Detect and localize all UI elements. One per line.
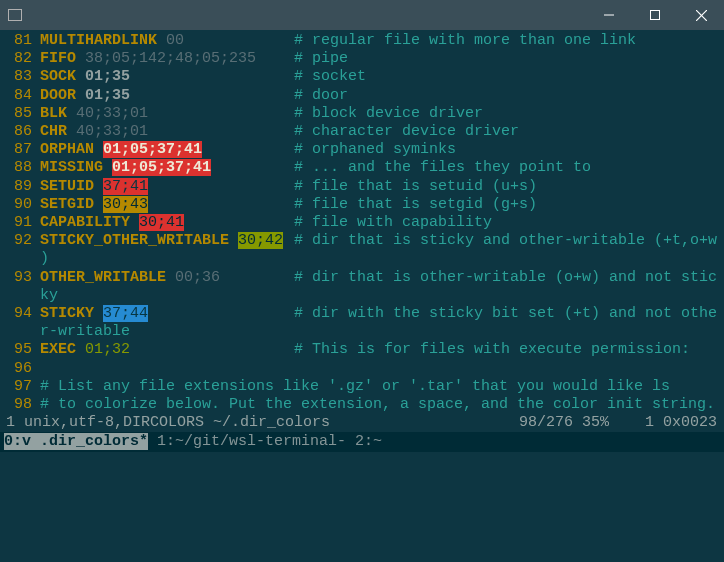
line-number: 96: [6, 360, 32, 378]
minimize-button[interactable]: [586, 0, 632, 30]
config-value: 00;36: [175, 269, 220, 286]
code-line: 87ORPHAN 01;05;37;41# orphaned syminks: [6, 141, 718, 159]
config-value: 30;41: [139, 214, 184, 231]
line-number: 92: [6, 232, 32, 250]
comment-text: # dir that is sticky and other-writable …: [294, 232, 717, 250]
line-number: 88: [6, 159, 32, 177]
line-number: 94: [6, 305, 32, 323]
code-line: 95EXEC 01;32# This is for files with exe…: [6, 341, 718, 359]
code-line: 83SOCK 01;35# socket: [6, 68, 718, 86]
comment-text: # door: [294, 87, 348, 105]
config-value: 30;42: [238, 232, 283, 249]
comment-text: # to colorize below. Put the extension, …: [40, 396, 715, 413]
comment-text: # file that is setgid (g+s): [294, 196, 537, 214]
config-value: 37;41: [103, 178, 148, 195]
comment-text: # List any file extensions like '.gz' or…: [40, 378, 670, 395]
line-number: 82: [6, 50, 32, 68]
config-key: STICKY_OTHER_WRITABLE: [40, 232, 229, 249]
config-value: 01;32: [85, 341, 130, 358]
window-controls: [586, 0, 724, 30]
config-key: EXEC: [40, 341, 76, 358]
maximize-button[interactable]: [632, 0, 678, 30]
wrapped-line: ky: [6, 287, 718, 305]
line-number: 87: [6, 141, 32, 159]
config-value: 38;05;142;48;05;235: [85, 50, 256, 67]
code-line: 81MULTIHARDLINK 00# regular file with mo…: [6, 32, 718, 50]
close-button[interactable]: [678, 0, 724, 30]
config-key: ORPHAN: [40, 141, 94, 158]
config-key: CHR: [40, 123, 67, 140]
code-line: 82FIFO 38;05;142;48;05;235# pipe: [6, 50, 718, 68]
config-key: SOCK: [40, 68, 76, 85]
code-line: 85BLK 40;33;01# block device driver: [6, 105, 718, 123]
config-value: 01;35: [85, 68, 130, 85]
comment-text: # dir with the sticky bit set (+t) and n…: [294, 305, 717, 323]
comment-text: # ... and the files they point to: [294, 159, 591, 177]
comment-text: # block device driver: [294, 105, 483, 123]
tmux-active-window[interactable]: 0:v .dir_colors*: [4, 433, 148, 450]
config-key: STICKY: [40, 305, 94, 322]
config-value: 01;05;37;41: [112, 159, 211, 176]
config-value: 40;33;01: [76, 105, 148, 122]
config-value: 00: [166, 32, 184, 49]
config-key: SETGID: [40, 196, 94, 213]
line-number: 81: [6, 32, 32, 50]
line-number: 95: [6, 341, 32, 359]
comment-text: # file that is setuid (u+s): [294, 178, 537, 196]
line-number: 91: [6, 214, 32, 232]
svg-rect-1: [651, 11, 660, 20]
line-number: 93: [6, 269, 32, 287]
code-line: 96: [6, 360, 718, 378]
code-line: 90SETGID 30;43# file that is setgid (g+s…: [6, 196, 718, 214]
tmux-windows[interactable]: 1:~/git/wsl-terminal- 2:~: [148, 433, 382, 450]
line-number: 84: [6, 87, 32, 105]
config-value: 01;05;37;41: [103, 141, 202, 158]
line-number: 90: [6, 196, 32, 214]
config-value: 37;44: [103, 305, 148, 322]
config-key: MULTIHARDLINK: [40, 32, 157, 49]
code-line: 84DOOR 01;35# door: [6, 87, 718, 105]
line-number: 83: [6, 68, 32, 86]
config-key: DOOR: [40, 87, 76, 104]
code-line: 97# List any file extensions like '.gz' …: [6, 378, 718, 396]
tmux-status-line[interactable]: 0:v .dir_colors* 1:~/git/wsl-terminal- 2…: [0, 432, 724, 452]
code-line: 89SETUID 37;41# file that is setuid (u+s…: [6, 178, 718, 196]
comment-text: # pipe: [294, 50, 348, 68]
comment-text: # regular file with more than one link: [294, 32, 636, 50]
comment-text: # orphaned syminks: [294, 141, 456, 159]
config-key: FIFO: [40, 50, 76, 67]
line-number: 89: [6, 178, 32, 196]
comment-text: # character device driver: [294, 123, 519, 141]
config-key: OTHER_WRITABLE: [40, 269, 166, 286]
window-titlebar: [0, 0, 724, 30]
config-key: MISSING: [40, 159, 103, 176]
config-key: SETUID: [40, 178, 94, 195]
terminal-icon: [8, 9, 22, 21]
config-value: 40;33;01: [76, 123, 148, 140]
config-value: 30;43: [103, 196, 148, 213]
code-line: 91CAPABILITY 30;41# file with capability: [6, 214, 718, 232]
line-number: 98: [6, 396, 32, 414]
wrapped-line: r-writable: [6, 323, 718, 341]
code-line: 98# to colorize below. Put the extension…: [6, 396, 718, 414]
code-line: 94STICKY 37;44# dir with the sticky bit …: [6, 305, 718, 323]
code-line: 93OTHER_WRITABLE 00;36# dir that is othe…: [6, 269, 718, 287]
comment-text: # socket: [294, 68, 366, 86]
vim-status-line: 1 unix,utf-8,DIRCOLORS ~/.dir_colors 98/…: [0, 414, 724, 432]
config-key: BLK: [40, 105, 67, 122]
line-number: 86: [6, 123, 32, 141]
comment-text: # This is for files with execute permiss…: [294, 341, 690, 359]
wrapped-line: ): [6, 250, 718, 268]
code-line: 88MISSING 01;05;37;41# ... and the files…: [6, 159, 718, 177]
editor-content[interactable]: 81MULTIHARDLINK 00# regular file with mo…: [0, 30, 724, 414]
comment-text: # file with capability: [294, 214, 492, 232]
code-line: 92STICKY_OTHER_WRITABLE 30;42# dir that …: [6, 232, 718, 250]
code-line: 86CHR 40;33;01# character device driver: [6, 123, 718, 141]
config-key: CAPABILITY: [40, 214, 130, 231]
line-number: 97: [6, 378, 32, 396]
line-number: 85: [6, 105, 32, 123]
comment-text: # dir that is other-writable (o+w) and n…: [294, 269, 717, 287]
config-value: 01;35: [85, 87, 130, 104]
